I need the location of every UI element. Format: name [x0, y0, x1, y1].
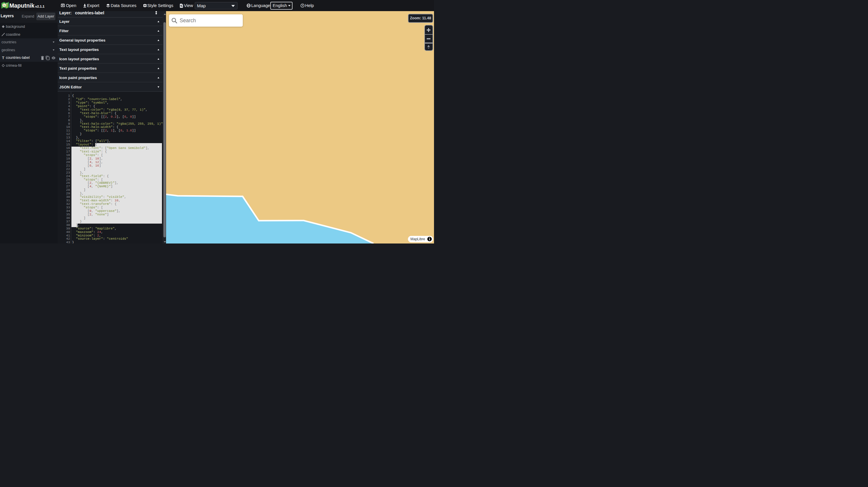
svg-text:?: ?	[302, 4, 303, 7]
